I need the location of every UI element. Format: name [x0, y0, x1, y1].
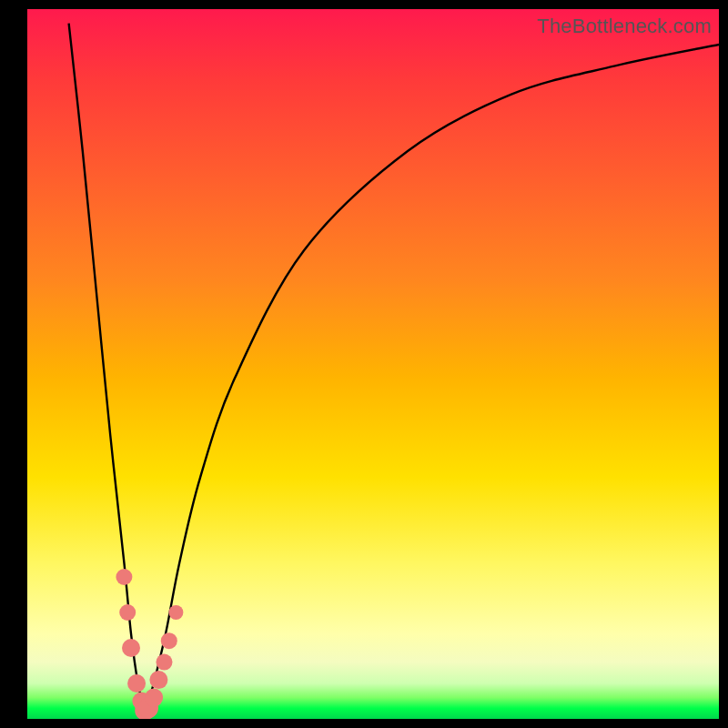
- watermark-text: TheBottleneck.com: [537, 15, 712, 38]
- marker-point: [119, 604, 136, 621]
- marker-point: [127, 674, 146, 693]
- bottleneck-curves: [69, 24, 719, 713]
- marker-point: [145, 689, 163, 707]
- chart-container: TheBottleneck.com: [0, 0, 728, 728]
- marker-point: [116, 569, 132, 585]
- marker-point: [161, 632, 177, 649]
- marker-point: [149, 671, 167, 689]
- curve-right-branch: [145, 45, 719, 712]
- curve-layer: [27, 9, 719, 719]
- marker-point: [168, 605, 183, 620]
- plot-area: TheBottleneck.com: [27, 9, 719, 719]
- marker-point: [122, 639, 140, 657]
- marker-point: [156, 654, 172, 671]
